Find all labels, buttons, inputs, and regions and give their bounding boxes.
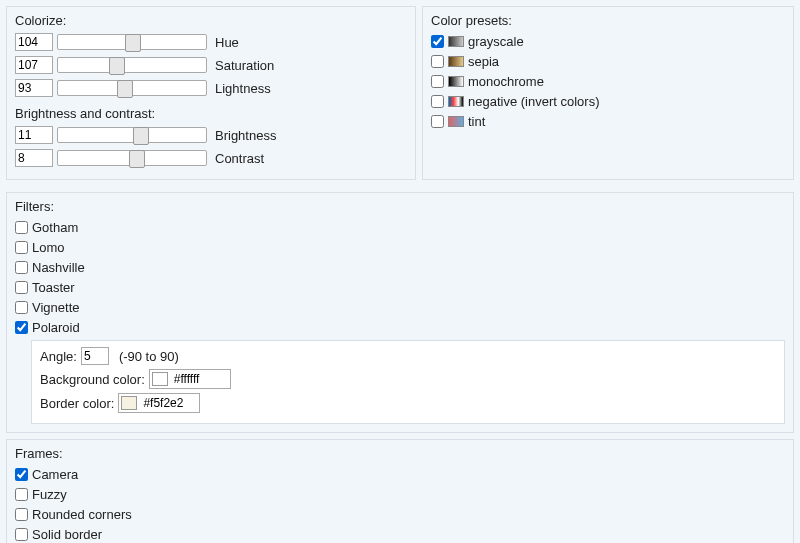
filter-toaster-row: Toaster — [15, 278, 785, 296]
frame-solid-checkbox[interactable] — [15, 528, 28, 541]
lightness-slider[interactable] — [57, 80, 207, 96]
saturation-label: Saturation — [215, 58, 274, 73]
frame-fuzzy-label: Fuzzy — [32, 487, 67, 502]
filter-toaster-checkbox[interactable] — [15, 281, 28, 294]
contrast-thumb[interactable] — [129, 150, 145, 168]
negative-icon — [448, 96, 464, 107]
polaroid-angle-label: Angle: — [40, 349, 77, 364]
preset-monochrome-row: monochrome — [431, 72, 785, 90]
polaroid-border-swatch — [121, 396, 137, 410]
preset-monochrome-label: monochrome — [468, 74, 544, 89]
filter-gotham-row: Gotham — [15, 218, 785, 236]
saturation-row: Saturation — [15, 55, 407, 75]
filter-lomo-row: Lomo — [15, 238, 785, 256]
frame-camera-checkbox[interactable] — [15, 468, 28, 481]
saturation-input[interactable] — [15, 56, 53, 74]
contrast-slider[interactable] — [57, 150, 207, 166]
filter-nashville-row: Nashville — [15, 258, 785, 276]
preset-sepia-label: sepia — [468, 54, 499, 69]
saturation-thumb[interactable] — [109, 57, 125, 75]
filters-panel: Filters: Gotham Lomo Nashville Toaster V… — [6, 192, 794, 433]
brightness-input[interactable] — [15, 126, 53, 144]
frame-rounded-row: Rounded corners — [15, 505, 785, 523]
color-presets-panel: Color presets: grayscale sepia monochrom… — [422, 6, 794, 180]
frames-title: Frames: — [15, 446, 785, 461]
contrast-label: Contrast — [215, 151, 264, 166]
filter-vignette-checkbox[interactable] — [15, 301, 28, 314]
preset-negative-label: negative (invert colors) — [468, 94, 600, 109]
frame-solid-row: Solid border — [15, 525, 785, 543]
polaroid-bg-label: Background color: — [40, 372, 145, 387]
polaroid-border-label: Border color: — [40, 396, 114, 411]
polaroid-border-input[interactable] — [141, 395, 197, 411]
polaroid-bg-swatch — [152, 372, 168, 386]
filter-polaroid-label: Polaroid — [32, 320, 80, 335]
frame-solid-label: Solid border — [32, 527, 102, 542]
sepia-icon — [448, 56, 464, 67]
hue-thumb[interactable] — [125, 34, 141, 52]
saturation-slider[interactable] — [57, 57, 207, 73]
brightness-thumb[interactable] — [133, 127, 149, 145]
filter-nashville-checkbox[interactable] — [15, 261, 28, 274]
brightness-row: Brightness — [15, 125, 407, 145]
brightness-slider[interactable] — [57, 127, 207, 143]
bc-title: Brightness and contrast: — [15, 106, 407, 121]
preset-tint-label: tint — [468, 114, 485, 129]
frames-panel: Frames: Camera Fuzzy Rounded corners Sol… — [6, 439, 794, 543]
tint-icon — [448, 116, 464, 127]
filter-vignette-row: Vignette — [15, 298, 785, 316]
colorize-panel: Colorize: Hue Saturation Lightness Brigh… — [6, 6, 416, 180]
color-presets-title: Color presets: — [431, 13, 785, 28]
hue-slider[interactable] — [57, 34, 207, 50]
preset-tint-checkbox[interactable] — [431, 115, 444, 128]
polaroid-border-colorfield[interactable] — [118, 393, 200, 413]
preset-tint-row: tint — [431, 112, 785, 130]
polaroid-angle-row: Angle: (-90 to 90) — [40, 347, 776, 365]
preset-monochrome-checkbox[interactable] — [431, 75, 444, 88]
filter-nashville-label: Nashville — [32, 260, 85, 275]
polaroid-subpanel: Angle: (-90 to 90) Background color: Bor… — [31, 340, 785, 424]
preset-grayscale-label: grayscale — [468, 34, 524, 49]
filter-lomo-label: Lomo — [32, 240, 65, 255]
colorize-title: Colorize: — [15, 13, 407, 28]
monochrome-icon — [448, 76, 464, 87]
lightness-thumb[interactable] — [117, 80, 133, 98]
preset-negative-checkbox[interactable] — [431, 95, 444, 108]
filter-vignette-label: Vignette — [32, 300, 79, 315]
filter-toaster-label: Toaster — [32, 280, 75, 295]
hue-label: Hue — [215, 35, 239, 50]
preset-sepia-row: sepia — [431, 52, 785, 70]
frame-fuzzy-row: Fuzzy — [15, 485, 785, 503]
polaroid-bg-colorfield[interactable] — [149, 369, 231, 389]
filter-lomo-checkbox[interactable] — [15, 241, 28, 254]
filter-polaroid-checkbox[interactable] — [15, 321, 28, 334]
polaroid-angle-hint: (-90 to 90) — [119, 349, 179, 364]
frame-camera-label: Camera — [32, 467, 78, 482]
filter-gotham-checkbox[interactable] — [15, 221, 28, 234]
preset-sepia-checkbox[interactable] — [431, 55, 444, 68]
frame-rounded-checkbox[interactable] — [15, 508, 28, 521]
polaroid-bg-row: Background color: — [40, 369, 776, 389]
filter-gotham-label: Gotham — [32, 220, 78, 235]
contrast-input[interactable] — [15, 149, 53, 167]
polaroid-bg-input[interactable] — [172, 371, 228, 387]
preset-grayscale-row: grayscale — [431, 32, 785, 50]
preset-negative-row: negative (invert colors) — [431, 92, 785, 110]
hue-input[interactable] — [15, 33, 53, 51]
brightness-label: Brightness — [215, 128, 276, 143]
grayscale-icon — [448, 36, 464, 47]
polaroid-border-row: Border color: — [40, 393, 776, 413]
lightness-row: Lightness — [15, 78, 407, 98]
lightness-input[interactable] — [15, 79, 53, 97]
lightness-label: Lightness — [215, 81, 271, 96]
filter-polaroid-row: Polaroid — [15, 318, 785, 336]
frame-camera-row: Camera — [15, 465, 785, 483]
frame-fuzzy-checkbox[interactable] — [15, 488, 28, 501]
preset-grayscale-checkbox[interactable] — [431, 35, 444, 48]
polaroid-angle-input[interactable] — [81, 347, 109, 365]
contrast-row: Contrast — [15, 148, 407, 168]
frame-rounded-label: Rounded corners — [32, 507, 132, 522]
hue-row: Hue — [15, 32, 407, 52]
filters-title: Filters: — [15, 199, 785, 214]
